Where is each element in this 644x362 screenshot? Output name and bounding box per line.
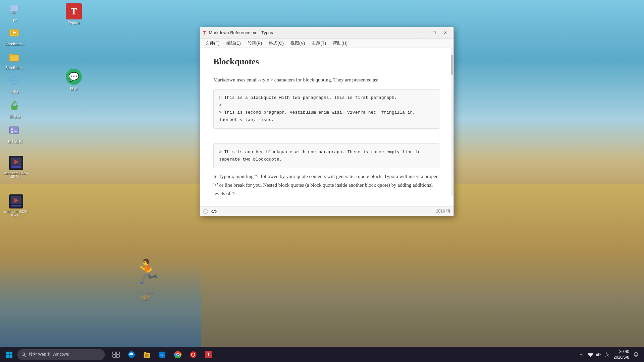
edge-button[interactable]	[124, 348, 139, 361]
search-icon	[21, 352, 26, 357]
menu-file[interactable]: 文件(F)	[203, 39, 222, 47]
taskview-button[interactable]	[109, 348, 123, 361]
lists-heading: Lists	[213, 203, 440, 206]
menu-bar: 文件(F) 编辑(E) 段落(P) 格式(O) 视图(V) 主题(T) 帮助(H…	[200, 39, 453, 48]
taskbar-search[interactable]: 搜索 Web 和 Windows	[17, 349, 105, 360]
svg-marker-54	[596, 353, 599, 357]
taskbar-right: 英 20:40 2020/5/8	[579, 349, 641, 360]
code-line-6: seperate two blockquote.	[219, 156, 434, 163]
blockquotes-heading: Blockquotes	[213, 55, 440, 71]
taskview-icon	[112, 352, 120, 358]
svg-rect-40	[145, 354, 149, 355]
desktop: 🏃 🏃 pc Bandicam.	[0, 0, 644, 362]
svg-point-16	[11, 131, 13, 133]
svg-rect-41	[145, 355, 149, 356]
typora-window: T Markdown Reference.md - Typora ─ □ ✕ 文…	[200, 27, 454, 216]
scrollbar-thumb[interactable]	[451, 55, 453, 75]
code-line-2: >	[219, 102, 434, 109]
desktop-icon-controlpanel[interactable]: 控制面板	[3, 124, 27, 144]
word-count: 2016 词	[436, 208, 450, 214]
intro-text: Markdown uses email-style > characters f…	[213, 76, 440, 84]
close-button[interactable]: ✕	[440, 29, 450, 37]
desktop-icon-bandicam1[interactable]: Bandicam...	[3, 27, 27, 46]
svg-rect-35	[113, 355, 116, 357]
status-bar: 2016 词	[200, 206, 453, 216]
minimize-button[interactable]: ─	[419, 29, 429, 37]
explorer-button[interactable]	[140, 348, 154, 361]
desktop-icon-video1[interactable]: bandicam 2020-05-0...	[3, 156, 29, 179]
svg-rect-27	[6, 352, 9, 355]
svg-rect-17	[14, 131, 17, 132]
code-line-3: > This is second pragraph. Vestibulum en…	[219, 109, 434, 116]
desktop-icon-recycle[interactable]: 回收站	[3, 100, 27, 119]
video2-label: bandicam 2020-05-0...	[3, 210, 29, 217]
doc-content[interactable]: Blockquotes Markdown uses email-style > …	[200, 48, 453, 206]
search-placeholder: 搜索 Web 和 Windows	[29, 352, 69, 357]
desktop-icon-wechat[interactable]: 💬 微信	[62, 69, 86, 91]
svg-rect-33	[113, 352, 116, 354]
desktop-icon-pc[interactable]: pc	[3, 3, 27, 22]
wechat-icon-label: 微信	[70, 86, 77, 91]
code-block-1: > This is a blockquote with two paragrap…	[213, 89, 440, 129]
code-block-2: > This is another blockquote with one pa…	[213, 143, 440, 168]
svg-rect-29	[6, 355, 9, 358]
svg-point-31	[22, 353, 25, 355]
menu-view[interactable]: 视图(V)	[288, 39, 308, 47]
code-line-4: laoreet vitae, risus.	[219, 116, 434, 124]
media-icon	[190, 351, 197, 358]
maximize-button[interactable]: □	[429, 29, 439, 37]
svg-rect-25	[11, 205, 21, 206]
svg-line-32	[24, 355, 26, 357]
svg-rect-28	[10, 352, 13, 355]
explorer-icon	[143, 351, 151, 358]
water-bg	[0, 263, 201, 347]
status-indicator[interactable]	[203, 209, 208, 214]
volume-icon	[596, 352, 601, 357]
svg-rect-12	[11, 106, 17, 110]
typora-icon-label: Typora	[68, 21, 79, 25]
svg-rect-0	[10, 5, 18, 11]
svg-text:S: S	[160, 352, 163, 357]
desktop-icon-network[interactable]: 网络	[3, 75, 27, 95]
svg-line-26	[213, 210, 215, 213]
chrome-button[interactable]	[170, 348, 185, 361]
svg-point-48	[177, 354, 179, 356]
svg-point-50	[192, 353, 195, 356]
svg-rect-1	[13, 11, 15, 13]
desktop-icon-typora[interactable]: T Typora	[62, 3, 86, 25]
bandicam1-label: Bandicam...	[5, 42, 25, 46]
window-title-text: Markdown Reference.md - Typora	[209, 30, 419, 35]
scrollbar[interactable]	[451, 48, 453, 196]
svg-rect-42	[145, 356, 148, 357]
desktop-icon-video2[interactable]: bandicam 2020-05-0...	[3, 194, 29, 217]
edge-icon	[127, 351, 136, 359]
notification-icon[interactable]	[633, 352, 639, 357]
network-label: 网络	[11, 89, 19, 95]
pc-icon-label: pc	[13, 18, 17, 22]
svg-rect-39	[144, 352, 147, 354]
status-icons[interactable]	[588, 352, 601, 357]
taskbar-clock[interactable]: 20:40 2020/5/8	[613, 349, 629, 360]
desktop-icon-bandicam2[interactable]: Bandicam...	[3, 51, 27, 70]
menu-theme[interactable]: 主题(T)	[309, 39, 329, 47]
system-tray[interactable]	[579, 352, 584, 357]
source-code-button[interactable]	[211, 209, 217, 214]
media-button[interactable]	[186, 348, 201, 361]
clock-date: 2020/5/8	[613, 355, 629, 360]
code-block-spacer	[213, 133, 440, 143]
tray-expand-icon[interactable]	[579, 352, 584, 357]
menu-edit[interactable]: 编辑(E)	[224, 39, 244, 47]
network-status-icon	[588, 352, 593, 357]
store-button[interactable]: S	[155, 348, 170, 361]
start-button[interactable]	[3, 348, 16, 361]
taskbar-apps: S	[109, 348, 216, 361]
runner-reflection: 🏃	[134, 291, 157, 301]
menu-help[interactable]: 帮助(H)	[330, 39, 350, 47]
code-icon	[211, 209, 217, 214]
window-titlebar[interactable]: T Markdown Reference.md - Typora ─ □ ✕	[200, 27, 453, 39]
menu-paragraph[interactable]: 段落(P)	[245, 39, 265, 47]
menu-format[interactable]: 格式(O)	[266, 39, 286, 47]
window-title-icon: T	[203, 30, 206, 36]
svg-rect-21	[11, 166, 21, 168]
typora-taskbar-button[interactable]: T	[201, 348, 216, 361]
